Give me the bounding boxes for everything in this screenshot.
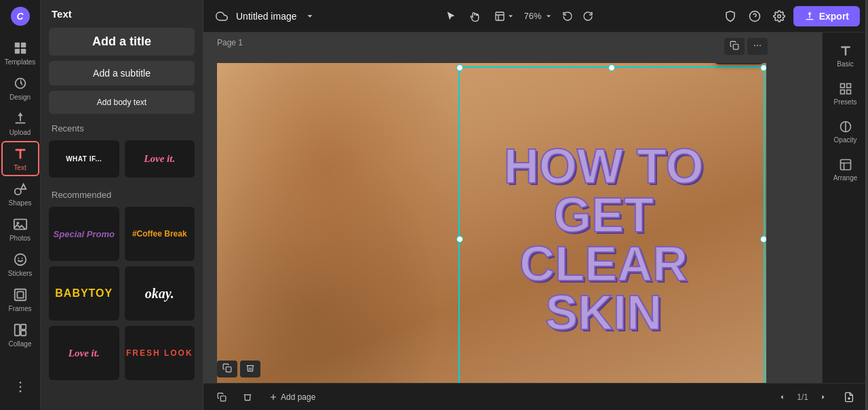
layout-tool[interactable]	[490, 8, 519, 24]
svg-point-9	[18, 258, 19, 259]
right-item-basic[interactable]: Basic	[825, 38, 866, 73]
sidebar-item-frames[interactable]: Frames	[1, 282, 39, 317]
add-title-button[interactable]: Add a title	[49, 28, 195, 56]
panel-title: Text	[41, 0, 203, 25]
page-nav: 1/1	[797, 392, 808, 402]
bottom-copy-icon[interactable]	[217, 361, 237, 377]
svg-rect-32	[846, 83, 850, 87]
canvas-frame: HOW TOGETCLEARSKIN	[217, 63, 766, 383]
text-panel: Text Add a title Add a subtitle Add body…	[41, 0, 203, 410]
top-bar-left: Untitled image	[212, 7, 319, 25]
babytoy-text: BABYTOY	[55, 287, 113, 300]
svg-rect-37	[220, 396, 226, 401]
svg-rect-11	[14, 289, 26, 300]
panel-resize-handle[interactable]	[865, 0, 868, 410]
sidebar-item-templates[interactable]: Templates	[1, 35, 39, 70]
bottom-bar: Add page 1/1	[203, 383, 868, 410]
svg-point-5	[14, 188, 20, 194]
redo-button[interactable]	[578, 8, 597, 24]
export-button[interactable]: Export	[793, 6, 860, 26]
okay-text: okay.	[145, 286, 174, 302]
zoom-control[interactable]: 76%	[524, 11, 553, 21]
rec-okay[interactable]: okay.	[125, 266, 195, 321]
sidebar-item-photos[interactable]: Photos	[1, 211, 39, 247]
svg-point-23	[754, 45, 755, 46]
recents-row: WHAT IF... Love it.	[41, 138, 203, 183]
sidebar-item-stickers[interactable]: Stickers	[1, 247, 39, 282]
right-item-arrange[interactable]: Arrange	[825, 152, 866, 187]
svg-rect-3	[20, 48, 25, 53]
canvas-text[interactable]: HOW TOGETCLEARSKIN	[504, 142, 704, 337]
add-subtitle-button[interactable]: Add a subtitle	[49, 61, 195, 85]
svg-rect-13	[14, 324, 19, 335]
sidebar-item-design[interactable]: Design	[1, 70, 39, 106]
canvas-more-icon[interactable]	[747, 38, 768, 55]
svg-point-24	[757, 45, 758, 46]
top-bar-center: 76%	[324, 8, 715, 24]
canvas-top-actions	[724, 38, 768, 55]
add-page-icon-button[interactable]	[838, 389, 860, 405]
rec-fresh-look[interactable]: FRESH LOOK	[125, 326, 195, 380]
right-item-opacity[interactable]: Opacity	[825, 114, 866, 149]
recent-item-loveit[interactable]: Love it.	[125, 140, 195, 178]
svg-rect-31	[840, 83, 844, 87]
svg-rect-14	[20, 324, 25, 329]
add-body-button[interactable]: Add body text	[49, 91, 195, 114]
svg-point-10	[21, 258, 22, 259]
next-page-button[interactable]	[814, 390, 833, 404]
undo-button[interactable]	[558, 8, 577, 24]
recent-whatif-text: WHAT IF...	[66, 155, 102, 163]
cloud-save-button[interactable]	[212, 7, 232, 25]
rec-coffee-break[interactable]: #Coffee Break	[125, 207, 195, 261]
bottom-copy-button[interactable]	[212, 390, 232, 405]
help-icon[interactable]	[745, 7, 765, 25]
undo-redo	[558, 8, 597, 24]
svg-rect-1	[20, 42, 25, 47]
main-area: Untitled image 76%	[203, 0, 868, 410]
recommended-grid: Special Promo #Coffee Break BABYTOY okay…	[41, 204, 203, 386]
settings-icon[interactable]	[769, 7, 789, 25]
svg-point-17	[19, 386, 21, 388]
recent-item-whatif[interactable]: WHAT IF...	[49, 140, 119, 178]
svg-rect-22	[733, 44, 738, 49]
rec-babytoy[interactable]: BABYTOY	[49, 266, 119, 321]
right-item-presets[interactable]: Presets	[825, 76, 866, 111]
canva-logo[interactable]: C	[9, 5, 31, 27]
sidebar-item-more[interactable]	[1, 369, 39, 405]
prev-page-button[interactable]	[772, 390, 791, 404]
right-panel: Basic Presets Opacity Arrange	[822, 33, 868, 383]
sidebar-item-text[interactable]: Text	[1, 141, 39, 176]
svg-point-21	[777, 14, 781, 18]
loveit-bottom-text: Love it.	[68, 348, 100, 359]
rec-special-promo[interactable]: Special Promo	[49, 207, 119, 261]
svg-rect-30	[226, 367, 231, 372]
sidebar-item-shapes[interactable]: Shapes	[1, 176, 39, 211]
canvas-image: HOW TOGETCLEARSKIN	[217, 63, 766, 383]
hand-tool[interactable]	[466, 8, 485, 24]
bottom-delete-icon[interactable]	[240, 361, 260, 377]
sidebar-item-upload[interactable]: Upload	[1, 106, 39, 141]
text-container: HOW TOGETCLEARSKIN	[448, 70, 760, 383]
shield-icon[interactable]	[720, 7, 741, 25]
left-nav: C Templates Design Upload Text Shapes Ph…	[0, 0, 41, 410]
bottom-delete-button[interactable]	[237, 390, 258, 405]
canvas-copy-icon[interactable]	[724, 38, 745, 55]
canvas-container[interactable]: Page 1	[203, 33, 822, 383]
recent-loveit-text: Love it.	[144, 153, 175, 165]
pointer-tool[interactable]	[441, 8, 460, 24]
special-promo-text: Special Promo	[54, 229, 115, 239]
rec-loveit-2[interactable]: Love it.	[49, 326, 119, 380]
add-page-button[interactable]: Add page	[263, 390, 321, 405]
coffee-break-text: #Coffee Break	[132, 229, 187, 239]
canvas-right-wrapper: Page 1	[203, 33, 868, 383]
sidebar-item-collage[interactable]: Collage	[1, 317, 39, 352]
svg-rect-2	[14, 48, 19, 53]
page-label: Page 1	[217, 38, 243, 47]
svg-rect-34	[846, 89, 850, 94]
svg-rect-33	[840, 89, 844, 94]
svg-point-25	[760, 45, 761, 46]
recommended-label: Recommended	[41, 183, 203, 204]
svg-point-18	[19, 390, 21, 392]
doc-name-dropdown[interactable]	[301, 9, 319, 24]
svg-rect-15	[20, 330, 25, 335]
